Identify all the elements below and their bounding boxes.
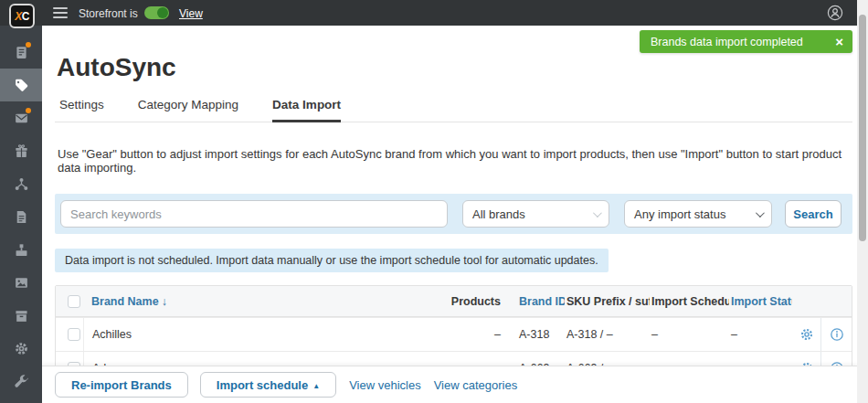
brand-id-cell: A-318	[506, 328, 565, 341]
sidebar-item-settings[interactable]	[0, 332, 42, 365]
sidebar-item-promotions[interactable]	[0, 134, 42, 167]
toggle-knob	[157, 7, 168, 18]
sidebar-item-media[interactable]	[0, 266, 42, 299]
reimport-brands-button[interactable]: Re-import Brands	[55, 372, 188, 398]
hub-icon	[14, 176, 29, 192]
main-content: Brands data import completed × AutoSync …	[42, 26, 857, 403]
import-status-cell: –	[729, 328, 792, 341]
page-title: AutoSync	[57, 53, 857, 82]
image-icon	[14, 275, 29, 291]
app-window: Storefront is View XC	[0, 0, 868, 403]
gift-icon	[14, 143, 29, 159]
column-import-status[interactable]: Import Status	[729, 295, 792, 308]
tab-bar: Settings Category Mapping Data Import	[55, 98, 852, 122]
select-all-checkbox[interactable]	[68, 295, 80, 308]
caret-up-icon: ▲	[312, 382, 320, 390]
view-vehicles-link[interactable]: View vehicles	[349, 378, 421, 392]
tab-settings[interactable]: Settings	[59, 98, 104, 122]
import-schedule-cell: –	[650, 328, 729, 341]
table-header-row: Brand Name↓ Products Brand ID SKU Prefix…	[56, 286, 852, 317]
hamburger-menu-icon[interactable]	[53, 7, 68, 18]
user-account-icon[interactable]	[827, 5, 843, 21]
import-schedule-button[interactable]: Import schedule▲	[200, 372, 336, 398]
document-icon	[14, 209, 29, 225]
tab-data-import[interactable]: Data Import	[272, 98, 341, 122]
column-sku-prefix-suffix: SKU Prefix / suffix	[565, 295, 650, 308]
column-brand-id[interactable]: Brand ID	[506, 295, 565, 308]
status-filter-select[interactable]: Any import status	[624, 200, 772, 228]
products-cell: –	[442, 328, 506, 341]
column-import-schedule: Import Schedule	[650, 295, 729, 308]
row-checkbox[interactable]	[68, 328, 80, 341]
storefront-label: Storefront is	[79, 7, 138, 20]
brand-filter-select[interactable]: All brands	[462, 200, 609, 228]
gear-icon	[14, 341, 29, 356]
sku-cell: A-318 / –	[565, 328, 650, 341]
search-input[interactable]	[60, 200, 448, 228]
scrollbar-track[interactable]	[857, 0, 868, 403]
storefront-toggle[interactable]	[144, 6, 169, 19]
view-categories-link[interactable]: View categories	[434, 378, 518, 392]
row-gear-icon[interactable]	[792, 318, 820, 351]
view-storefront-link[interactable]: View	[179, 7, 203, 20]
column-brand-name[interactable]: Brand Name	[91, 295, 159, 308]
success-toast: Brands data import completed ×	[640, 30, 852, 53]
sidebar-nav	[0, 36, 42, 398]
box-icon	[14, 308, 29, 323]
module-icon	[14, 242, 29, 258]
sticky-action-bar: Re-import Brands Import schedule▲ View v…	[42, 366, 857, 403]
row-info-icon[interactable]	[820, 318, 852, 351]
column-products: Products	[442, 295, 506, 308]
search-button[interactable]: Search	[785, 200, 842, 228]
toast-message: Brands data import completed	[651, 36, 835, 48]
brand-name-cell: Achilles	[83, 318, 442, 351]
sidebar-item-orders[interactable]	[0, 36, 42, 69]
scrollbar-thumb[interactable]	[859, 15, 866, 241]
table-row: Achilles – A-318 A-318 / – – –	[56, 317, 852, 351]
page-description: Use "Gear" button to adjust import setti…	[58, 147, 852, 175]
chevron-down-icon	[593, 208, 602, 217]
sidebar-item-tools[interactable]	[0, 365, 42, 398]
sidebar-item-documents[interactable]	[0, 200, 42, 233]
sidebar-item-messages[interactable]	[0, 101, 42, 134]
sidebar-item-modules[interactable]	[0, 233, 42, 266]
app-logo[interactable]: XC	[9, 4, 35, 28]
sidebar	[0, 26, 42, 403]
top-bar: Storefront is View	[0, 0, 857, 26]
notification-badge	[26, 108, 31, 113]
schedule-info-alert: Data import is not scheduled. Import dat…	[55, 249, 609, 272]
sidebar-item-catalog[interactable]	[0, 69, 42, 101]
wrench-icon	[14, 374, 29, 389]
tag-icon	[14, 78, 29, 93]
sidebar-item-connections[interactable]	[0, 167, 42, 200]
brand-filter-value: All brands	[472, 207, 525, 221]
toast-close-icon[interactable]: ×	[835, 35, 843, 48]
notification-badge	[26, 42, 31, 48]
sort-descending-icon: ↓	[162, 295, 167, 308]
tab-category-mapping[interactable]: Category Mapping	[138, 98, 238, 122]
filter-bar: All brands Any import status Search	[55, 194, 852, 234]
chevron-down-icon	[756, 208, 765, 217]
sidebar-item-inventory[interactable]	[0, 299, 42, 332]
status-filter-value: Any import status	[634, 207, 725, 221]
